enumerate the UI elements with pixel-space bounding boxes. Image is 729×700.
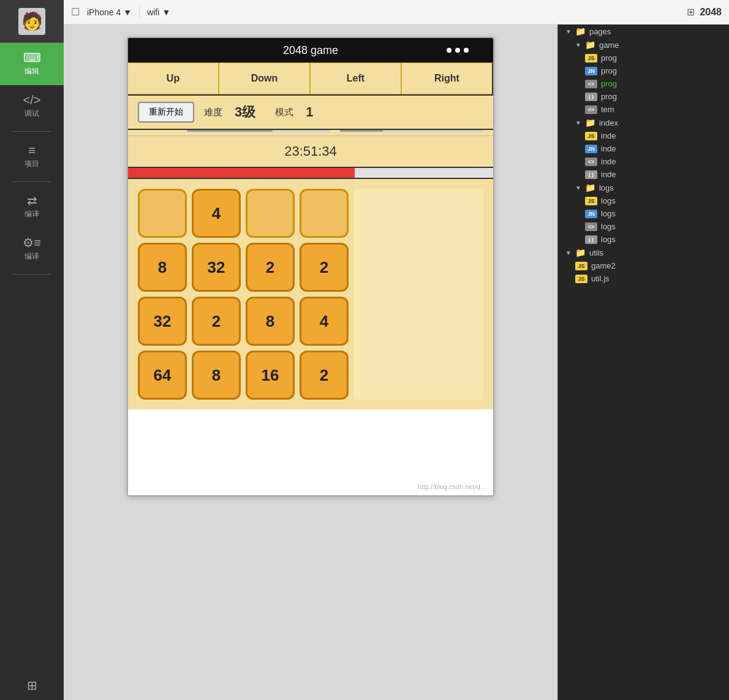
sidebar-item-project-label: 项目: [25, 159, 39, 169]
tree-item-logs[interactable]: ▼📁logs: [558, 181, 729, 194]
left-button[interactable]: Left: [310, 63, 401, 94]
chevron-icon: ▼: [575, 185, 581, 191]
sidebar-divider-1: [13, 131, 51, 132]
wifi-label: wifi: [147, 7, 159, 17]
grid-cell: 2: [192, 297, 241, 346]
phone-container: 2048 game Up Down Left: [64, 25, 557, 700]
phone-bottom: http://blog.csdn.net/d...: [128, 409, 493, 495]
compile-icon: ⇄: [27, 194, 37, 207]
controls-row: 重新开始 难度 3级 模式 1: [128, 96, 493, 130]
grid-cell: 32: [192, 243, 241, 292]
tree-item-index[interactable]: ▼📁index: [558, 116, 729, 129]
right-button[interactable]: Right: [401, 63, 493, 94]
down-button[interactable]: Down: [219, 63, 310, 94]
sidebar-item-editor-label: 编辑: [25, 66, 39, 77]
file-type-badge: { }: [585, 235, 597, 244]
file-type-badge: JS: [585, 132, 597, 140]
direction-buttons: Up Down Left Right: [128, 63, 493, 96]
wifi-dropdown-icon: ▼: [162, 7, 170, 17]
chevron-icon: ▼: [565, 249, 572, 256]
progress-bar-row: [128, 168, 493, 179]
dot-1: [447, 48, 451, 53]
chevron-icon: ▼: [575, 42, 581, 48]
slider-area: [128, 130, 493, 136]
difficulty-slider[interactable]: [187, 130, 330, 132]
phone-title: 2048 game: [283, 44, 338, 57]
tree-label: prog: [601, 92, 729, 101]
status-bar-inner: 2048 game: [128, 44, 493, 57]
device-name: iPhone 4: [87, 7, 121, 17]
tree-item-logs[interactable]: <>logs: [558, 220, 729, 233]
tree-item-prog[interactable]: <>prog: [558, 77, 729, 90]
tree-label: inde: [601, 131, 729, 140]
tree-label: game2: [591, 261, 729, 270]
grid-cell: 32: [138, 297, 187, 346]
chevron-icon: ▼: [575, 120, 581, 126]
tree-label: inde: [601, 157, 729, 166]
tree-label: prog: [601, 79, 729, 88]
sidebar: 🧑 ⌨ 编辑 </> 调试 ≡ 项目 ⇄ 编译 ⚙≡ 编译 ⊞: [0, 0, 64, 700]
tree-item-game2[interactable]: JSgame2: [558, 259, 729, 272]
settings-icon: ⚙≡: [23, 237, 41, 249]
content-row: 2048 game Up Down Left: [64, 25, 729, 700]
sidebar-item-debug[interactable]: </> 调试: [0, 85, 64, 127]
tree-item-prog[interactable]: { }prog: [558, 90, 729, 103]
tree-item-prog[interactable]: JSprog: [558, 51, 729, 64]
sidebar-item-project[interactable]: ≡ 项目: [0, 135, 64, 178]
file-type-badge: JS: [585, 54, 597, 63]
tree-label: logs: [601, 222, 729, 231]
tree-item-tem[interactable]: <>tem: [558, 103, 729, 116]
grid-cell: 4: [300, 297, 349, 346]
tree-label: logs: [601, 209, 729, 218]
tree-label: logs: [601, 235, 729, 244]
file-type-badge: JS: [575, 262, 587, 270]
tree-item-inde[interactable]: JNinde: [558, 142, 729, 155]
tree-label: inde: [601, 144, 729, 153]
game-grid: 48322232284648162: [138, 189, 349, 400]
grid-cell: 16: [246, 351, 295, 400]
file-type-badge: { }: [585, 93, 597, 101]
up-button[interactable]: Up: [128, 63, 219, 94]
progress-bar-fill: [128, 168, 355, 178]
sidebar-item-settings[interactable]: ⚙≡ 编译: [0, 228, 64, 270]
tree-item-utils[interactable]: ▼📁utils: [558, 246, 729, 259]
difficulty-value: 3级: [235, 103, 255, 121]
tree-item-pages[interactable]: ▼📁pages: [558, 25, 729, 38]
wifi-selector[interactable]: wifi ▼: [147, 7, 170, 17]
tree-item-prog[interactable]: JNprog: [558, 64, 729, 77]
dot-3: [464, 48, 469, 53]
grid-cell: [300, 189, 349, 238]
file-type-badge: <>: [585, 105, 597, 114]
tree-item-logs[interactable]: JSlogs: [558, 194, 729, 207]
game-grid-area: 48322232284648162: [128, 179, 493, 409]
tree-item-util.js[interactable]: JSutil.js: [558, 272, 729, 285]
folder-icon: 📁: [575, 248, 586, 257]
sidebar-divider-2: [13, 181, 51, 182]
timer-display: 23:51:34: [284, 143, 337, 159]
game-content: Up Down Left Right 重新开始 难度 3级 模式 1: [128, 63, 493, 409]
tree-item-logs[interactable]: { }logs: [558, 233, 729, 246]
tree-item-logs[interactable]: JNlogs: [558, 207, 729, 220]
grid-cell: 4: [192, 189, 241, 238]
grid-cell: 2: [246, 243, 295, 292]
device-frame-icon: ☐: [71, 6, 80, 18]
sidebar-item-chart[interactable]: ⊞: [0, 671, 64, 700]
tree-item-inde[interactable]: { }inde: [558, 168, 729, 181]
tree-item-inde[interactable]: <>inde: [558, 155, 729, 168]
sidebar-item-editor[interactable]: ⌨ 编辑: [0, 43, 64, 85]
difficulty-slider-container: [187, 130, 330, 132]
grid-cell: [138, 189, 187, 238]
avatar: 🧑: [18, 8, 45, 35]
device-selector[interactable]: iPhone 4 ▼: [87, 7, 132, 17]
tree-item-inde[interactable]: JSinde: [558, 129, 729, 142]
mode-slider-container: [340, 130, 483, 132]
status-dots: [447, 48, 469, 53]
tree-label: tem: [601, 105, 729, 114]
file-type-badge: <>: [585, 158, 597, 166]
tree-item-game[interactable]: ▼📁game: [558, 38, 729, 51]
tree-label: game: [599, 40, 729, 50]
restart-button[interactable]: 重新开始: [138, 102, 194, 123]
grid-cell: 2: [300, 243, 349, 292]
sidebar-item-compile[interactable]: ⇄ 编译: [0, 186, 64, 228]
mode-slider[interactable]: [340, 130, 483, 132]
